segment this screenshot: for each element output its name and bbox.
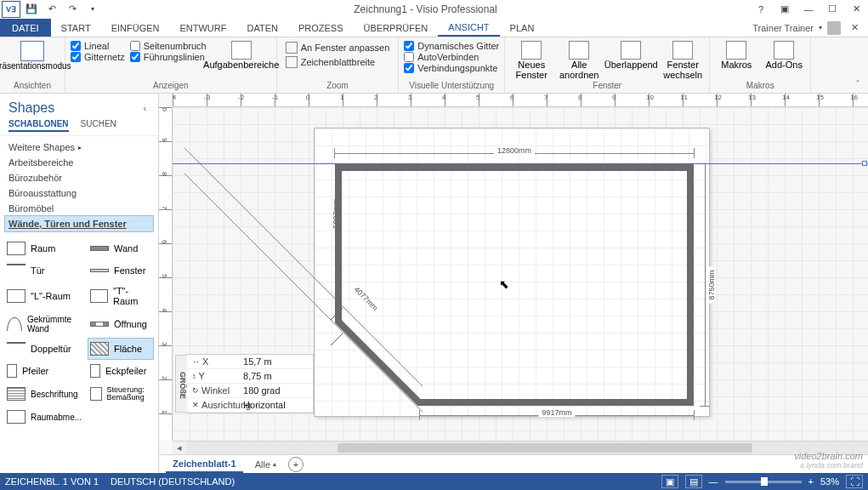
angle-label: Winkel [201,385,230,396]
shapes-title: Shapes [9,100,54,116]
status-record-macro[interactable]: ▣ [661,475,678,488]
shape-eckpfeiler[interactable]: Eckpfeiler [88,361,153,381]
qat-customize[interactable]: ▾ [83,1,102,18]
tab-einfuegen[interactable]: EINFÜGEN [101,19,170,37]
minimize-button[interactable]: — [797,1,820,18]
size-position-panel[interactable]: GRÖßE ↔X15,7 m ↕Y8,75 m ↻Winkel180 grad … [186,354,314,413]
tab-entwurf[interactable]: ENTWURF [169,19,236,37]
shape-fenster[interactable]: Fenster [88,260,153,281]
cb-seitenumbruch[interactable]: Seitenumbruch [130,41,207,51]
redo-button[interactable]: ↷ [63,1,82,18]
zoom-out-button[interactable]: — [709,476,718,487]
fenster-wechseln-button[interactable]: Fenster wechseln [661,39,704,80]
ueberlappend-button[interactable]: Überlappend [605,39,656,70]
save-button[interactable]: 💾 [22,1,41,18]
group-visuelle-label: Visuelle Unterstützung [409,81,494,93]
shape-raumabme[interactable]: Raumabme... [5,407,83,427]
shape-oeffnung[interactable]: Öffnung [88,311,153,337]
shape-lraum[interactable]: "L"-Raum [5,282,83,310]
zoom-level[interactable]: 53% [820,476,839,487]
tab-daten[interactable]: DATEN [236,19,287,37]
scroll-left-button[interactable]: ◂ [173,442,186,454]
cat-arbeitsbereiche[interactable]: Arbeitsbereiche [5,155,153,170]
fit-to-window-button[interactable]: ⛶ [846,475,863,488]
group-makros-label: Makros [746,81,774,93]
tab-prozess[interactable]: PROZESS [288,19,354,37]
y-value[interactable]: 8,75 m [238,369,313,383]
user-name[interactable]: Trainer Trainer [752,23,814,33]
help-button[interactable]: ? [749,1,773,18]
drawing-canvas[interactable]: 12800mm 8750mm 4077mm 9917mm 5887mm ⬉ GR… [173,107,868,441]
praesentationsmodus-button[interactable]: Präsentationsmodus [5,39,60,71]
status-page-view[interactable]: ▤ [685,475,702,488]
neues-fenster-button[interactable]: Neues Fenster [510,39,553,80]
shape-beschriftung[interactable]: Beschriftung [5,383,83,405]
fit-window-icon [286,42,298,54]
cb-gitternetz[interactable]: Gitternetz [71,52,125,62]
scroll-thumb[interactable] [338,443,752,453]
zeichenblattbreite-button[interactable]: Zeichenblattbreite [282,55,394,69]
sheet-tab-1[interactable]: Zeichenblatt-1 [166,456,243,473]
tab-ueberpruefen[interactable]: ÜBERPRÜFEN [354,19,439,37]
shapes-collapse-button[interactable]: ‹ [139,103,150,113]
ruler-vertical[interactable]: 10987 6543 210 [159,107,173,441]
shape-steuerung[interactable]: Steuerung: Bemaßung [88,383,153,405]
cb-verbindungspunkte[interactable]: Verbindungspunkte [404,63,499,73]
tab-start[interactable]: START [51,19,101,37]
presentation-icon [20,41,44,61]
shape-raum[interactable]: Raum [5,238,83,259]
watermark: video2brain.com a lynda.com brand [794,451,863,470]
collapse-ribbon-button[interactable]: ˆ [851,79,865,91]
cb-dynamisches-gitter[interactable]: Dynamisches Gitter [404,41,499,51]
an-fenster-anpassen-button[interactable]: An Fenster anpassen [282,41,394,54]
document-close-button[interactable]: ✕ [846,22,863,33]
alle-anordnen-button[interactable]: Alle anordnen [558,39,600,80]
ribbon-display-options[interactable]: ▣ [773,1,797,18]
x-value[interactable]: 15,7 m [238,355,313,368]
cb-autoverbinden[interactable]: AutoVerbinden [404,52,499,62]
tab-ansicht[interactable]: ANSICHT [438,19,499,37]
shape-traum[interactable]: "T"-Raum [88,282,153,310]
window-title: Zeichnung1 - Visio Professional [102,3,749,15]
user-avatar[interactable] [827,21,841,35]
maximize-button[interactable]: ☐ [820,1,844,18]
room-walls[interactable] [334,163,695,407]
tab-schablonen[interactable]: SCHABLONEN [9,119,69,132]
orientation-value[interactable]: Horizontal [238,398,313,412]
guide-handle[interactable] [862,161,867,166]
all-sheets-button[interactable]: Alle▴ [250,458,281,471]
cursor-icon: ⬉ [499,277,509,291]
cat-buerozubehoer[interactable]: Bürozubehör [5,170,153,185]
cat-bueromoebel[interactable]: Büromöbel [5,201,153,216]
zoom-in-button[interactable]: + [808,476,814,487]
horizontal-guide[interactable] [173,163,868,164]
tab-suchen[interactable]: SUCHEN [81,119,116,132]
cb-lineal[interactable]: Lineal [71,41,125,51]
shape-doppeltuer[interactable]: Doppeltür [5,339,83,359]
horizontal-scrollbar[interactable]: ◂ ▸ [173,441,868,454]
undo-button[interactable]: ↶ [43,1,61,18]
close-button[interactable]: ✕ [844,1,868,18]
addons-button[interactable]: Add-Ons [763,39,805,70]
cat-bueroausstattung[interactable]: Büroausstattung [5,185,153,201]
cat-waende[interactable]: Wände, Türen und Fenster [5,216,153,231]
cb-fuehrungslinien[interactable]: Führungslinien [130,52,207,62]
shape-gekruemmte-wand[interactable]: Gekrümmte Wand [5,311,83,337]
shape-pfeiler[interactable]: Pfeiler [5,361,83,381]
zoom-slider[interactable] [725,481,802,483]
add-sheet-button[interactable]: + [288,457,304,472]
app-icon[interactable]: V∃ [2,1,20,18]
makros-button[interactable]: Makros [715,39,757,70]
new-window-icon [521,41,542,60]
shape-wand[interactable]: Wand [88,238,153,259]
ruler-horizontal[interactable]: -4-3-2-1 0123 4567 891011 12131415 16171… [173,94,868,107]
status-language[interactable]: DEUTSCH (DEUTSCHLAND) [111,476,235,487]
tab-file[interactable]: DATEI [0,19,51,37]
aufgabenbereiche-button[interactable]: Aufgabenbereiche [212,39,271,70]
tab-plan[interactable]: PLAN [500,19,545,37]
shape-flaeche[interactable]: Fläche [88,339,153,359]
shape-tuer[interactable]: Tür [5,260,83,281]
angle-value[interactable]: 180 grad [238,384,313,397]
status-page[interactable]: ZEICHENBL. 1 VON 1 [5,476,99,487]
cat-weitere-shapes[interactable]: Weitere Shapes▸ [5,140,153,155]
